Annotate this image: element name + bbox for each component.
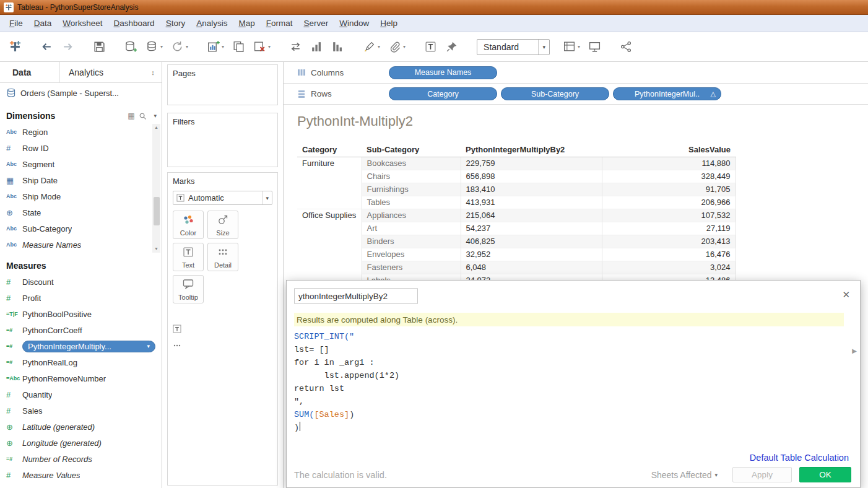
column-header[interactable]: PythonIntegerMultiplyBy2 <box>461 143 602 157</box>
filters-shelf[interactable]: Filters <box>167 113 278 167</box>
chevron-down-icon[interactable]: ▾ <box>160 44 163 50</box>
clear-sheet-button[interactable]: ▾ <box>253 40 271 53</box>
measure-field[interactable]: # Quantity ▾ <box>0 386 162 403</box>
field-pill[interactable]: SUM(Sales) <box>184 322 271 335</box>
menu-item[interactable]: Help <box>375 16 403 30</box>
measure-field[interactable]: ⊕ Longitude (generated) ▾ <box>0 435 162 451</box>
menu-item[interactable]: Data <box>28 16 58 30</box>
dimension-field[interactable]: Abc Sub-Category ▾ <box>0 220 162 237</box>
measure-field[interactable]: =# Number of Records ▾ <box>0 451 162 467</box>
highlight-button[interactable]: ▾ <box>363 40 380 53</box>
fit-selector[interactable]: Standard▾ <box>477 39 550 55</box>
fix-axes-button[interactable] <box>445 40 458 53</box>
menu-item[interactable]: Map <box>233 16 260 30</box>
menu-item[interactable]: Format <box>261 16 298 30</box>
chevron-down-icon[interactable]: ▾ <box>268 44 271 50</box>
menu-item[interactable]: Story <box>160 16 191 30</box>
sales-cell[interactable]: 3,024 <box>602 261 736 274</box>
mul-cell[interactable]: 229,759 <box>461 157 602 170</box>
search-icon[interactable] <box>139 112 147 120</box>
close-icon[interactable]: ✕ <box>842 289 850 300</box>
add-datasource-button[interactable] <box>124 40 137 53</box>
chevron-down-icon[interactable]: ▾ <box>186 44 188 50</box>
sub-cell[interactable]: Binders <box>362 235 461 248</box>
presentation-mode-button[interactable] <box>588 40 601 53</box>
measure-field[interactable]: =T|F PythonBoolPositive ▾ <box>0 306 162 322</box>
sub-cell[interactable]: Fasteners <box>362 261 461 274</box>
mark-property-button[interactable]: Detail <box>207 243 238 271</box>
dimension-field[interactable]: Abc Segment ▾ <box>0 156 162 172</box>
dimension-field[interactable]: Abc Measure Names ▾ <box>0 237 162 253</box>
duplicate-sheet-button[interactable] <box>232 40 245 53</box>
sub-cell[interactable]: Bookcases <box>362 157 461 170</box>
measure-field[interactable]: # Sales ▾ <box>0 403 162 419</box>
refresh-button[interactable]: ▾ <box>171 40 188 53</box>
sales-cell[interactable]: 203,413 <box>602 235 736 248</box>
datasource-menu-button[interactable]: ▾ <box>145 40 163 53</box>
ok-button[interactable]: OK <box>799 467 851 482</box>
pages-shelf[interactable]: Pages <box>167 64 278 105</box>
category-cell[interactable]: Furniture <box>297 157 362 209</box>
forward-arrow-button[interactable] <box>61 40 74 53</box>
menu-item[interactable]: Analysis <box>191 16 233 30</box>
mul-cell[interactable]: 215,064 <box>461 209 602 222</box>
category-cell[interactable]: Office Supplies <box>297 209 362 287</box>
chevron-down-icon[interactable]: ▾ <box>378 44 380 50</box>
measure-field[interactable]: =# PythonCorrCoeff ▾ <box>0 322 162 338</box>
chevron-down-icon[interactable]: ▾ <box>262 191 272 204</box>
measure-field[interactable]: =# PythonIntegerMultiply... ▾ <box>0 338 162 354</box>
mul-cell[interactable]: 32,952 <box>461 248 602 261</box>
apply-button[interactable]: Apply <box>732 467 792 482</box>
chevron-down-icon[interactable]: ▾ <box>147 343 150 349</box>
mark-type-dropdown[interactable]: Automatic ▾ <box>173 191 272 205</box>
sheets-affected-dropdown[interactable]: Sheets Affected ▾ <box>651 470 718 480</box>
back-arrow-button[interactable] <box>40 40 53 53</box>
menu-item[interactable]: Worksheet <box>57 16 108 30</box>
mark-property-button[interactable]: Color <box>173 211 204 239</box>
measure-field[interactable]: # Discount ▾ <box>0 274 162 290</box>
show-mark-labels-button[interactable] <box>424 40 437 53</box>
group-members-button[interactable]: ▾ <box>388 40 406 53</box>
mul-cell[interactable]: 406,825 <box>461 235 602 248</box>
sub-cell[interactable]: Chairs <box>362 170 461 183</box>
tab-data[interactable]: Data <box>0 62 60 82</box>
view-as-grid-icon[interactable]: ▦ <box>128 111 134 120</box>
sub-cell[interactable]: Art <box>362 222 461 235</box>
pane-collapse-icon[interactable]: ↕ <box>144 62 162 82</box>
tab-analytics[interactable]: Analytics <box>60 62 144 82</box>
dimension-field[interactable]: Abc Ship Mode ▾ <box>0 188 162 204</box>
dimension-field[interactable]: ⊕ State ▾ <box>0 204 162 220</box>
mul-cell[interactable]: 54,237 <box>461 222 602 235</box>
show-hide-cards-button[interactable]: ▾ <box>563 40 580 53</box>
sales-cell[interactable]: 328,449 <box>602 170 736 183</box>
menu-item[interactable]: Server <box>298 16 334 30</box>
swap-axes-button[interactable] <box>289 40 302 53</box>
field-pill[interactable]: PythonInteg.. △ <box>184 339 271 352</box>
chevron-down-icon[interactable]: ▾ <box>403 44 406 50</box>
tableau-logo-button[interactable] <box>9 40 22 53</box>
calculation-name-input[interactable] <box>294 288 418 304</box>
sales-cell[interactable]: 27,119 <box>602 222 736 235</box>
sort-ascending-button[interactable] <box>310 40 323 53</box>
mul-cell[interactable]: 413,931 <box>461 196 602 209</box>
menu-item[interactable]: File <box>4 16 28 30</box>
new-worksheet-button[interactable]: ▾ <box>207 40 224 53</box>
menu-item[interactable]: Dashboard <box>108 16 160 30</box>
column-header[interactable]: Category <box>297 143 362 157</box>
sales-cell[interactable]: 16,476 <box>602 248 736 261</box>
share-button[interactable] <box>620 40 633 53</box>
menu-item[interactable]: Window <box>334 16 375 30</box>
sort-descending-button[interactable] <box>331 40 344 53</box>
column-header[interactable]: SalesValue <box>602 143 736 157</box>
column-header[interactable]: Sub-Category <box>362 143 461 157</box>
mul-cell[interactable]: 6,048 <box>461 261 602 274</box>
measure-field[interactable]: # Measure Values ▾ <box>0 467 162 483</box>
sales-cell[interactable]: 107,532 <box>602 209 736 222</box>
scroll-up-icon[interactable]: ▲ <box>154 124 158 131</box>
sub-cell[interactable]: Tables <box>362 196 461 209</box>
chevron-down-icon[interactable]: ▾ <box>578 44 580 50</box>
shelf-pill[interactable]: Sub-Category <box>501 87 609 100</box>
sales-cell[interactable]: 114,880 <box>602 157 736 170</box>
scroll-down-icon[interactable]: ▼ <box>154 245 158 253</box>
mark-property-button[interactable]: Text <box>173 243 204 271</box>
